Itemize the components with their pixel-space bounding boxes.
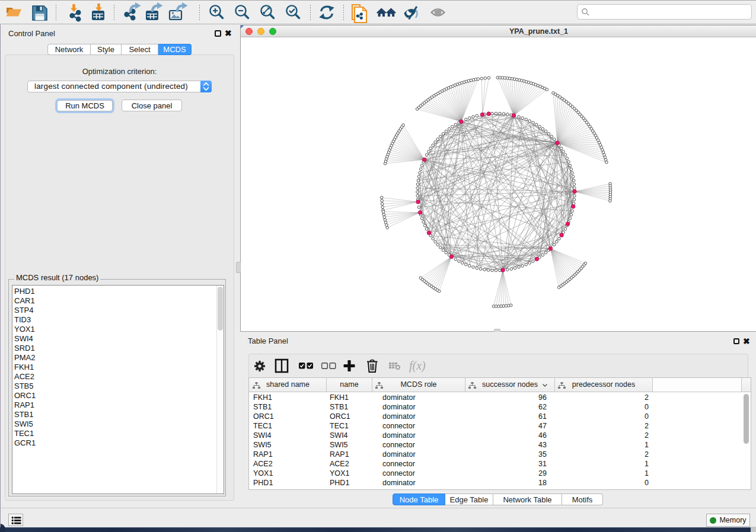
- svg-text:f(x): f(x): [409, 359, 426, 373]
